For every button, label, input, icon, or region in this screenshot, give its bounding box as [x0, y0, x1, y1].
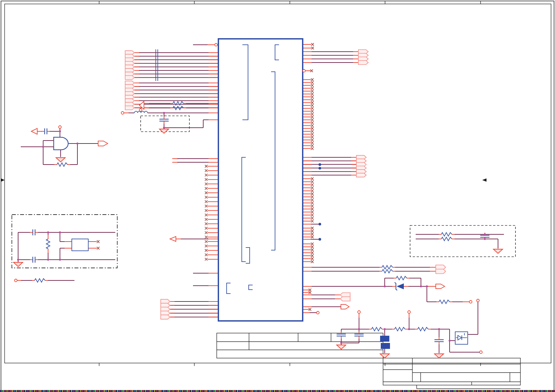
resistor[interactable]: [46, 235, 50, 253]
resistor[interactable]: [439, 237, 455, 241]
resistor[interactable]: [369, 327, 385, 331]
ground-symbol[interactable]: [159, 129, 169, 133]
ground-symbol[interactable]: [493, 249, 503, 253]
port-arrow-left[interactable]: [31, 128, 37, 134]
no-connect-pin-row: [303, 289, 311, 294]
resistor[interactable]: [170, 102, 186, 105]
capacitor[interactable]: [337, 331, 346, 339]
schematic-canvas: [0, 0, 555, 392]
capacitor[interactable]: [159, 117, 169, 124]
port-bundle[interactable]: [161, 300, 170, 319]
capacitor[interactable]: [42, 128, 50, 134]
resistor[interactable]: [439, 233, 455, 236]
resistor[interactable]: [394, 276, 409, 280]
wire-group: [134, 53, 218, 78]
capacitor[interactable]: [434, 337, 444, 344]
no-connect-pin-row: [303, 308, 311, 311]
ground-symbol[interactable]: [337, 345, 346, 349]
port-arrow-right[interactable]: [98, 141, 108, 146]
crystal[interactable]: [72, 239, 88, 251]
wire-group: [303, 295, 340, 299]
port-bundle[interactable]: [358, 50, 368, 65]
port-bundle[interactable]: [125, 81, 134, 110]
resistor[interactable]: [379, 270, 395, 273]
port-bundle[interactable]: [125, 51, 134, 80]
noise-strip: [0, 390, 555, 392]
capacitor[interactable]: [354, 331, 364, 339]
no-connect-pin-row: [303, 243, 314, 263]
port-bundle[interactable]: [340, 293, 350, 301]
resistor[interactable]: [436, 300, 452, 304]
port-arrow-right[interactable]: [436, 284, 445, 289]
zener-diode[interactable]: [392, 282, 408, 290]
diode-block[interactable]: [455, 332, 468, 344]
resistor[interactable]: [392, 327, 408, 331]
capacitor[interactable]: [30, 257, 38, 263]
port-arrow-left[interactable]: [170, 237, 176, 242]
resistor[interactable]: [32, 279, 48, 282]
ground-symbol[interactable]: [434, 354, 444, 358]
no-connect-pin-row: [303, 227, 314, 238]
ground-symbol[interactable]: [14, 262, 23, 267]
no-connect-pin-row: [303, 177, 314, 222]
and-gate[interactable]: [54, 137, 68, 150]
main-ic[interactable]: [218, 39, 303, 321]
bus-cross-marker: [156, 49, 158, 81]
wire-group: [303, 157, 356, 175]
no-connect-pin-row: [303, 78, 314, 150]
ground-symbol[interactable]: [56, 158, 65, 162]
port-bundle[interactable]: [436, 265, 446, 274]
blue-square-component[interactable]: [380, 336, 390, 349]
resistor[interactable]: [415, 327, 431, 331]
schematic-sheet: [0, 0, 555, 392]
wire-group: [303, 52, 358, 63]
resistor[interactable]: [379, 266, 395, 269]
no-connect-pin-row: [303, 43, 314, 49]
port-arrow-right[interactable]: [341, 304, 349, 309]
wire-group: [170, 301, 218, 317]
capacitor[interactable]: [30, 229, 38, 235]
ground-symbol[interactable]: [380, 354, 389, 358]
port-bundle[interactable]: [356, 155, 366, 177]
no-connect-pin-row: [205, 165, 218, 261]
resistor[interactable]: [54, 163, 70, 167]
title-block: [217, 333, 520, 389]
